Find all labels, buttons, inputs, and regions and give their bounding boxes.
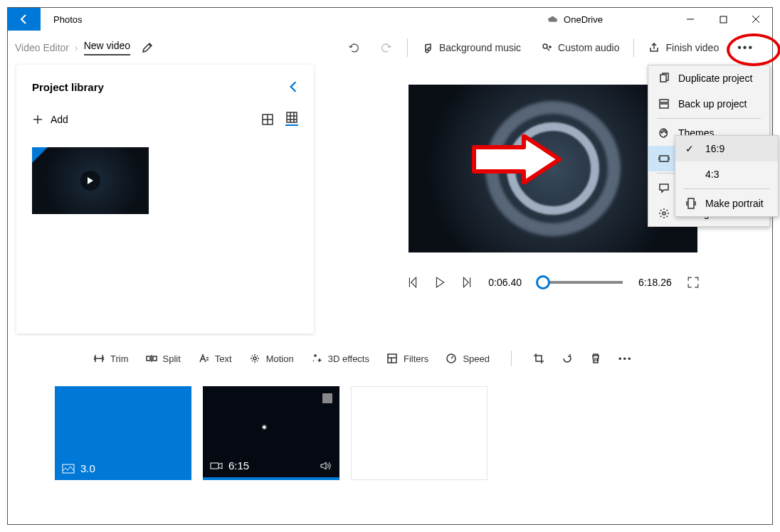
app-title: Photos	[53, 14, 82, 25]
split-icon	[146, 353, 157, 364]
play-overlay-icon	[80, 171, 100, 191]
annotation-circle	[727, 33, 780, 66]
breadcrumb-root[interactable]: Video Editor	[11, 39, 73, 56]
image-icon	[62, 464, 75, 474]
storyboard-video-clip[interactable]: 6:15	[203, 386, 339, 480]
delete-button[interactable]	[590, 353, 601, 364]
redo-button[interactable]	[370, 31, 403, 65]
check-icon: ✓	[685, 143, 697, 154]
fullscreen-button[interactable]	[687, 277, 699, 288]
chevron-right-icon: ›	[73, 42, 80, 53]
svg-rect-0	[720, 16, 727, 23]
sparkle-icon	[311, 353, 322, 364]
svg-rect-4	[147, 356, 150, 361]
undo-button[interactable]	[337, 31, 370, 65]
collapse-library-button[interactable]	[288, 80, 298, 93]
duplicate-icon	[658, 73, 670, 84]
music-icon	[422, 42, 433, 53]
crop-button[interactable]	[533, 353, 544, 364]
storyboard-title-card[interactable]: 3.0	[55, 386, 191, 480]
clip-duration: 6:15	[228, 459, 249, 472]
storyboard: 3.0 6:15	[8, 375, 772, 480]
finish-video-button[interactable]: Finish video	[638, 31, 729, 65]
minimize-button[interactable]	[674, 8, 707, 31]
selection-fold-icon	[32, 147, 48, 163]
breadcrumb-current[interactable]: New video	[84, 40, 130, 55]
aspect-16-9[interactable]: ✓ 16:9	[675, 136, 778, 161]
split-button[interactable]: Split	[146, 353, 181, 364]
next-frame-button[interactable]	[461, 277, 473, 288]
prev-frame-button[interactable]	[407, 277, 418, 288]
storyboard-empty-slot[interactable]	[351, 386, 488, 480]
svg-point-14	[661, 132, 663, 133]
back-button[interactable]	[8, 8, 41, 31]
trim-button[interactable]: Trim	[93, 353, 129, 364]
svg-point-6	[253, 357, 256, 360]
aspect-ratio-submenu: ✓ 16:9 4:3 Make portrait	[675, 135, 779, 217]
menu-duplicate-project[interactable]: Duplicate project	[648, 65, 769, 91]
view-large-button[interactable]	[261, 113, 274, 126]
crop-icon	[533, 353, 544, 364]
play-button[interactable]	[434, 277, 446, 288]
speed-icon	[446, 353, 457, 364]
maximize-button[interactable]	[707, 8, 739, 31]
menu-backup-project[interactable]: Back up project	[648, 91, 769, 117]
rename-button[interactable]	[142, 42, 153, 53]
aspect-icon	[658, 153, 670, 164]
seek-slider[interactable]	[537, 281, 623, 284]
library-clip-thumbnail[interactable]	[32, 147, 149, 214]
text-button[interactable]: Text	[198, 353, 232, 364]
project-library-title: Project library	[32, 81, 104, 93]
svg-rect-11	[660, 75, 666, 82]
motion-button[interactable]: Motion	[249, 353, 294, 364]
onedrive-label: OneDrive	[564, 14, 603, 25]
trash-icon	[590, 353, 601, 364]
divider	[511, 351, 512, 366]
rotate-button[interactable]	[562, 353, 573, 364]
divider	[407, 38, 408, 57]
total-time: 6:18.26	[638, 277, 672, 288]
video-icon	[210, 461, 223, 471]
annotation-arrow	[470, 134, 563, 184]
speed-button[interactable]: Speed	[446, 353, 490, 364]
add-media-button[interactable]: Add	[32, 114, 68, 125]
onedrive-status[interactable]: OneDrive	[547, 13, 603, 26]
aspect-make-portrait[interactable]: Make portrait	[675, 191, 778, 216]
current-time: 0:06.40	[488, 277, 522, 288]
clip-marker-icon	[322, 393, 332, 403]
svg-rect-7	[388, 354, 396, 363]
3d-effects-button[interactable]: 3D effects	[311, 353, 369, 364]
filters-icon	[386, 353, 398, 364]
svg-rect-10	[211, 463, 218, 469]
rotate-icon	[562, 353, 573, 364]
svg-rect-12	[660, 100, 668, 102]
svg-point-1	[543, 44, 547, 48]
svg-rect-17	[660, 156, 668, 161]
svg-rect-5	[153, 356, 157, 361]
svg-rect-3	[287, 112, 297, 122]
transport-controls: 0:06.40 6:18.26	[407, 277, 698, 288]
project-library-panel: Project library Add	[16, 65, 314, 334]
themes-icon	[658, 127, 670, 139]
text-icon	[198, 353, 209, 364]
clip-more-button[interactable]: •••	[618, 353, 633, 364]
divider	[633, 38, 634, 57]
plus-icon	[32, 114, 43, 125]
main-toolbar: Video Editor › New video Background musi…	[8, 31, 772, 65]
custom-audio-button[interactable]: Custom audio	[531, 31, 629, 65]
svg-point-16	[665, 132, 667, 133]
background-music-button[interactable]: Background music	[412, 31, 531, 65]
svg-point-15	[663, 130, 665, 132]
audio-icon	[541, 42, 552, 53]
svg-rect-19	[688, 198, 694, 208]
clip-duration: 3.0	[80, 462, 95, 474]
app-window: Photos OneDrive Video Editor › New video…	[7, 7, 773, 525]
clip-audio-icon	[320, 460, 332, 472]
close-button[interactable]	[739, 8, 772, 31]
view-grid-button[interactable]	[285, 113, 298, 126]
motion-icon	[249, 353, 260, 364]
export-icon	[648, 42, 660, 53]
aspect-4-3[interactable]: 4:3	[675, 161, 778, 187]
filters-button[interactable]: Filters	[386, 353, 428, 364]
portrait-icon	[685, 198, 697, 209]
